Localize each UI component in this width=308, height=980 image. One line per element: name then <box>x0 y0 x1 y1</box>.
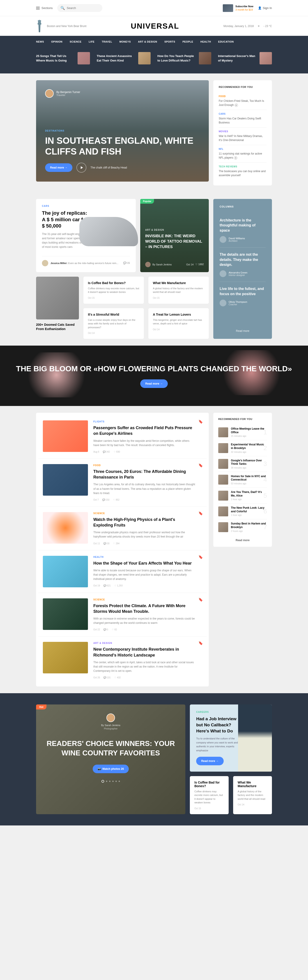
recommended-item[interactable]: The New Punk Look: Lacy and Colorful1 ho… <box>218 504 267 519</box>
bookmark-icon[interactable]: 🔖 <box>198 511 203 515</box>
article-row[interactable]: FLIGHTS Passengers Suffer as Crowded Fie… <box>38 415 206 459</box>
banner-title: THE BIG BLOOM OR «HOW FLOWERING PLANTS C… <box>0 364 308 374</box>
mini-card[interactable]: Is Coffee Bad for Bones?Coffee drinkers … <box>83 277 144 304</box>
column-title: The details are not the details. They ma… <box>220 252 266 267</box>
play-button[interactable] <box>77 163 86 173</box>
trending-item[interactable]: International Soccer's Man of Mystery <box>218 52 272 64</box>
readmore-button[interactable]: Read more → <box>196 757 223 765</box>
nav-item[interactable]: NEWS <box>36 36 44 48</box>
comment-icon: 💬 342 <box>103 450 110 453</box>
bookmark-icon[interactable]: 🔖 <box>198 641 203 645</box>
nav-item[interactable]: SCIENCE <box>70 36 81 48</box>
logo[interactable]: UNIVERSAL <box>131 22 179 30</box>
mini-card[interactable]: What We ManufactureA global history of t… <box>233 776 272 814</box>
readmore-link[interactable]: Read more <box>220 326 266 332</box>
recommended-item[interactable]: NFL11 surprising stat rankings for activ… <box>219 145 267 163</box>
bookmark-icon[interactable]: 🔖 <box>198 463 203 468</box>
nav-item[interactable]: ART & DESIGN <box>138 36 157 48</box>
card-desc: Coffee drinkers may excrete more calcium… <box>195 790 224 805</box>
card-title: What We Manufacture <box>238 781 267 788</box>
card-desc: Can a cruise skeptic enjoy four days on … <box>88 318 139 329</box>
mini-card[interactable]: A Treat for Lemon LoversThis tangerine, … <box>148 308 209 339</box>
date: Oct 26 <box>93 676 100 679</box>
recommended-item[interactable]: Sunday Best in Harlem and Brooklyn2 hour… <box>218 519 267 535</box>
sections-button[interactable]: Sections <box>36 6 53 10</box>
avatar <box>220 236 227 243</box>
category-label: FOOD <box>93 464 195 466</box>
column-item[interactable]: The details are not the details. They ma… <box>220 248 266 282</box>
mini-card[interactable]: Is Coffee Bad for Bones?Coffee drinkers … <box>190 776 229 814</box>
article-row[interactable]: SCIENCE Watch the High-Flying Physics of… <box>38 507 206 550</box>
subscribe-offer: 3 month for $19 <box>235 8 253 11</box>
date: Oct 7 <box>93 499 99 501</box>
cat-image <box>36 277 79 320</box>
signin-button[interactable]: 👤 Sign In <box>258 6 272 10</box>
article-thumb <box>43 512 88 544</box>
article-row[interactable]: HEALTH How the Shape of Your Ears Affect… <box>38 550 206 593</box>
date: Oct 14 <box>238 803 267 806</box>
recommended-item[interactable]: Experimental Vocal Music in Brooklyn32 m… <box>218 440 267 456</box>
article-row[interactable]: ART & DESIGN New Contemporary Institute … <box>38 636 206 684</box>
rec-thumb <box>218 427 228 437</box>
nav-item[interactable]: TRAVEL <box>102 36 112 48</box>
recommended-item[interactable]: Google's Influence Over Think Tanks38 mi… <box>218 456 267 472</box>
trending-text: How Do You Teach People to Love Difficul… <box>157 54 196 63</box>
bookmark-icon[interactable]: 🔖 <box>198 555 203 559</box>
recommended-item[interactable]: FOODFor Chicken-Fried Steak, Too Much Is… <box>219 92 267 110</box>
trending-item[interactable]: 25 Songs That Tell Us Where Music Is Goi… <box>36 52 90 64</box>
search-box[interactable]: 🔍 <box>57 4 102 12</box>
search-input[interactable] <box>67 6 99 10</box>
bigbloom-banner[interactable]: THE BIG BLOOM OR «HOW FLOWERING PLANTS C… <box>0 345 308 406</box>
trending-item[interactable]: How Do You Teach People to Love Difficul… <box>157 52 211 64</box>
main-nav: NEWSOPINIONSCIENCELIFETRAVELMONEYSART & … <box>0 36 308 48</box>
article-row[interactable]: SCIENCE Forests Protect the Climate. A F… <box>38 593 206 637</box>
bookmark-icon[interactable]: 🔖 <box>198 420 203 424</box>
nav-item[interactable]: OPINION <box>51 36 62 48</box>
bookmark-icon[interactable]: 🔖 <box>198 597 203 602</box>
rec-title: Google's Influence Over Think Tanks <box>231 459 267 466</box>
recommended-item[interactable]: TECH REVIEWSThe bookcases you can buy on… <box>219 163 267 180</box>
careers-card[interactable]: CAREERS Had a Job Interview but No Callb… <box>190 705 272 772</box>
time: 2 hours ago <box>231 530 267 532</box>
article-row[interactable]: FOOD Three Courses, 20 Euros: The Afford… <box>38 459 206 507</box>
readmore-button[interactable]: Read more → <box>45 163 72 172</box>
articles-list: FLIGHTS Passengers Suffer as Crowded Fie… <box>36 413 209 686</box>
article-title: How the Shape of Your Ears Affects What … <box>93 560 195 566</box>
hot-badge: Hot <box>36 705 46 710</box>
recommended-item[interactable]: CARSStorm Has Car Dealers Doing Swift Bu… <box>219 110 267 127</box>
date: Oct 14 <box>153 328 204 331</box>
subscribe-promo[interactable]: Subscribe Now 3 month for $19 <box>223 4 253 12</box>
author-name: Alexandra Green <box>229 271 247 274</box>
rec-text: Storm Has Car Dealers Doing Swift Busine… <box>219 116 267 124</box>
article-thumb <box>43 420 88 452</box>
joy-card[interactable]: CARS The joy of replicas: A $ 5 million … <box>36 199 136 272</box>
mini-card[interactable]: What We ManufactureA global history of t… <box>148 277 209 304</box>
watch-photos-button[interactable]: 📷 Watch photos 26 <box>93 765 129 773</box>
nav-item[interactable]: EDUCATION <box>218 36 234 48</box>
readmore-button[interactable]: Read more → <box>140 379 168 388</box>
cat-card[interactable]: 200+ Doomed Cats Saved From Euthanizatio… <box>36 277 79 339</box>
carousel-dots[interactable] <box>102 780 120 783</box>
heart-icon: ♡ 284 <box>113 542 119 545</box>
sections-label: Sections <box>41 6 53 10</box>
card-title: Is Coffee Bad for Bones? <box>195 781 224 788</box>
mini-card[interactable]: It's a Stressful WorldCan a cruise skept… <box>83 308 144 339</box>
nav-item[interactable]: SPORTS <box>164 36 175 48</box>
nav-item[interactable]: PEOPLE <box>182 36 193 48</box>
date: Oct 15 <box>153 297 204 299</box>
column-item[interactable]: Live life to the fullest, and focus on t… <box>220 282 266 311</box>
hero-article[interactable]: By Benjamin Turner Traveler DESTINATIONS… <box>36 80 209 181</box>
recommended-item[interactable]: Homes for Sale in NYC and Connecticut53 … <box>218 472 267 488</box>
column-item[interactable]: Architecture is the thoughtful making of… <box>220 213 266 248</box>
hero-caption: The chalk cliff of Beachy Head <box>90 166 127 169</box>
trending-item[interactable]: These Ancient Assassins Eat Their Own Ki… <box>97 52 151 64</box>
readmore-link[interactable]: Read more <box>218 539 267 542</box>
recommended-item[interactable]: Are You There, Dad? It's Me, Alice1 hour… <box>218 488 267 504</box>
recommended-item[interactable]: Office Meetings Leave the Office15 minut… <box>218 425 267 440</box>
recommended-item[interactable]: MOVIESWar Is Hell? In New Military Drama… <box>219 127 267 145</box>
tattoo-card[interactable]: Popular ART & DESIGN INVISIBLE INK: THE … <box>140 199 209 272</box>
nav-item[interactable]: MONEYS <box>119 36 131 48</box>
nav-item[interactable]: HEALTH <box>201 36 211 48</box>
readers-choice-card[interactable]: Hot By Sarah Jenkins Photographer READER… <box>36 705 185 814</box>
nav-item[interactable]: LIFE <box>89 36 94 48</box>
